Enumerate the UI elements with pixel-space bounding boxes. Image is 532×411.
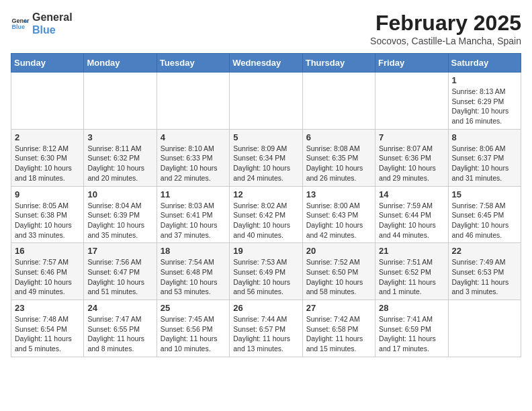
calendar-cell	[302, 73, 375, 130]
calendar-cell: 3Sunrise: 8:11 AM Sunset: 6:32 PM Daylig…	[84, 129, 157, 186]
day-info: Sunrise: 7:49 AM Sunset: 6:53 PM Dayligh…	[452, 257, 517, 297]
day-number: 17	[87, 246, 152, 256]
month-year: February 2025	[370, 11, 521, 36]
location: Socovos, Castille-La Mancha, Spain	[370, 36, 521, 46]
day-info: Sunrise: 7:51 AM Sunset: 6:52 PM Dayligh…	[379, 257, 444, 297]
day-info: Sunrise: 8:02 AM Sunset: 6:42 PM Dayligh…	[233, 201, 298, 240]
calendar-cell: 8Sunrise: 8:06 AM Sunset: 6:37 PM Daylig…	[448, 129, 521, 186]
day-number: 13	[306, 189, 371, 199]
day-number: 5	[233, 132, 298, 142]
calendar-week-4: 16Sunrise: 7:57 AM Sunset: 6:46 PM Dayli…	[11, 243, 521, 300]
day-info: Sunrise: 7:44 AM Sunset: 6:57 PM Dayligh…	[233, 314, 298, 354]
day-number: 28	[379, 303, 444, 313]
calendar-cell: 24Sunrise: 7:47 AM Sunset: 6:55 PM Dayli…	[84, 300, 157, 357]
day-info: Sunrise: 7:53 AM Sunset: 6:49 PM Dayligh…	[233, 257, 298, 297]
day-header-wednesday: Wednesday	[230, 54, 302, 73]
day-number: 24	[87, 303, 152, 313]
day-info: Sunrise: 8:03 AM Sunset: 6:41 PM Dayligh…	[161, 201, 226, 240]
day-info: Sunrise: 7:54 AM Sunset: 6:48 PM Dayligh…	[161, 257, 226, 297]
day-number: 16	[15, 246, 80, 256]
calendar-cell: 19Sunrise: 7:53 AM Sunset: 6:49 PM Dayli…	[230, 243, 302, 300]
logo-line1: General	[32, 11, 73, 24]
day-number: 11	[161, 189, 226, 199]
day-header-saturday: Saturday	[448, 54, 521, 73]
calendar-cell: 20Sunrise: 7:52 AM Sunset: 6:50 PM Dayli…	[302, 243, 375, 300]
calendar-cell: 22Sunrise: 7:49 AM Sunset: 6:53 PM Dayli…	[448, 243, 521, 300]
calendar-cell	[375, 73, 448, 130]
day-number: 22	[452, 246, 517, 256]
calendar-cell: 23Sunrise: 7:48 AM Sunset: 6:54 PM Dayli…	[11, 300, 84, 357]
calendar-week-5: 23Sunrise: 7:48 AM Sunset: 6:54 PM Dayli…	[11, 300, 521, 357]
day-info: Sunrise: 7:59 AM Sunset: 6:44 PM Dayligh…	[379, 201, 444, 240]
day-header-friday: Friday	[375, 54, 448, 73]
calendar-week-2: 2Sunrise: 8:12 AM Sunset: 6:30 PM Daylig…	[11, 129, 521, 186]
calendar-cell	[11, 73, 84, 130]
logo-icon: General Blue	[11, 14, 30, 33]
calendar-cell: 14Sunrise: 7:59 AM Sunset: 6:44 PM Dayli…	[375, 186, 448, 243]
calendar-cell: 25Sunrise: 7:45 AM Sunset: 6:56 PM Dayli…	[157, 300, 229, 357]
day-info: Sunrise: 8:08 AM Sunset: 6:35 PM Dayligh…	[306, 144, 371, 183]
day-info: Sunrise: 8:12 AM Sunset: 6:30 PM Dayligh…	[15, 144, 80, 183]
day-number: 8	[452, 132, 517, 142]
day-number: 19	[233, 246, 298, 256]
day-number: 10	[87, 189, 152, 199]
calendar-cell: 12Sunrise: 8:02 AM Sunset: 6:42 PM Dayli…	[230, 186, 302, 243]
day-number: 7	[379, 132, 444, 142]
calendar-cell: 9Sunrise: 8:05 AM Sunset: 6:38 PM Daylig…	[11, 186, 84, 243]
day-number: 25	[161, 303, 226, 313]
day-info: Sunrise: 7:56 AM Sunset: 6:47 PM Dayligh…	[87, 257, 152, 297]
day-info: Sunrise: 7:42 AM Sunset: 6:58 PM Dayligh…	[306, 314, 371, 354]
day-number: 20	[306, 246, 371, 256]
calendar-cell: 21Sunrise: 7:51 AM Sunset: 6:52 PM Dayli…	[375, 243, 448, 300]
day-number: 4	[161, 132, 226, 142]
day-header-thursday: Thursday	[302, 54, 375, 73]
calendar-cell	[84, 73, 157, 130]
calendar-cell: 1Sunrise: 8:13 AM Sunset: 6:29 PM Daylig…	[448, 73, 521, 130]
logo: General Blue General Blue	[11, 11, 73, 36]
calendar-cell	[230, 73, 302, 130]
calendar-cell	[448, 300, 521, 357]
svg-text:Blue: Blue	[11, 24, 25, 31]
calendar: SundayMondayTuesdayWednesdayThursdayFrid…	[11, 53, 521, 357]
day-info: Sunrise: 8:13 AM Sunset: 6:29 PM Dayligh…	[452, 87, 517, 126]
day-number: 3	[87, 132, 152, 142]
calendar-cell: 28Sunrise: 7:41 AM Sunset: 6:59 PM Dayli…	[375, 300, 448, 357]
title-block: February 2025 Socovos, Castille-La Manch…	[370, 11, 521, 46]
calendar-cell: 11Sunrise: 8:03 AM Sunset: 6:41 PM Dayli…	[157, 186, 229, 243]
day-number: 1	[452, 75, 517, 85]
day-info: Sunrise: 7:58 AM Sunset: 6:45 PM Dayligh…	[452, 201, 517, 240]
day-info: Sunrise: 7:57 AM Sunset: 6:46 PM Dayligh…	[15, 257, 80, 297]
day-info: Sunrise: 7:45 AM Sunset: 6:56 PM Dayligh…	[161, 314, 226, 354]
day-info: Sunrise: 8:05 AM Sunset: 6:38 PM Dayligh…	[15, 201, 80, 240]
calendar-cell: 15Sunrise: 7:58 AM Sunset: 6:45 PM Dayli…	[448, 186, 521, 243]
day-number: 2	[15, 132, 80, 142]
day-info: Sunrise: 7:41 AM Sunset: 6:59 PM Dayligh…	[379, 314, 444, 354]
day-number: 23	[15, 303, 80, 313]
day-info: Sunrise: 7:52 AM Sunset: 6:50 PM Dayligh…	[306, 257, 371, 297]
day-number: 6	[306, 132, 371, 142]
calendar-cell: 6Sunrise: 8:08 AM Sunset: 6:35 PM Daylig…	[302, 129, 375, 186]
calendar-cell: 27Sunrise: 7:42 AM Sunset: 6:58 PM Dayli…	[302, 300, 375, 357]
calendar-cell: 5Sunrise: 8:09 AM Sunset: 6:34 PM Daylig…	[230, 129, 302, 186]
calendar-cell: 13Sunrise: 8:00 AM Sunset: 6:43 PM Dayli…	[302, 186, 375, 243]
svg-text:General: General	[11, 17, 30, 24]
calendar-cell: 26Sunrise: 7:44 AM Sunset: 6:57 PM Dayli…	[230, 300, 302, 357]
day-info: Sunrise: 8:07 AM Sunset: 6:36 PM Dayligh…	[379, 144, 444, 183]
calendar-cell: 2Sunrise: 8:12 AM Sunset: 6:30 PM Daylig…	[11, 129, 84, 186]
day-header-sunday: Sunday	[11, 54, 84, 73]
calendar-cell: 16Sunrise: 7:57 AM Sunset: 6:46 PM Dayli…	[11, 243, 84, 300]
logo-line2: Blue	[32, 24, 73, 36]
calendar-header-row: SundayMondayTuesdayWednesdayThursdayFrid…	[11, 54, 521, 73]
day-number: 15	[452, 189, 517, 199]
day-info: Sunrise: 8:06 AM Sunset: 6:37 PM Dayligh…	[452, 144, 517, 183]
day-number: 14	[379, 189, 444, 199]
day-info: Sunrise: 8:09 AM Sunset: 6:34 PM Dayligh…	[233, 144, 298, 183]
day-number: 21	[379, 246, 444, 256]
day-info: Sunrise: 7:47 AM Sunset: 6:55 PM Dayligh…	[87, 314, 152, 354]
day-header-monday: Monday	[84, 54, 157, 73]
calendar-week-3: 9Sunrise: 8:05 AM Sunset: 6:38 PM Daylig…	[11, 186, 521, 243]
day-info: Sunrise: 8:00 AM Sunset: 6:43 PM Dayligh…	[306, 201, 371, 240]
calendar-cell	[157, 73, 229, 130]
calendar-cell: 7Sunrise: 8:07 AM Sunset: 6:36 PM Daylig…	[375, 129, 448, 186]
day-header-tuesday: Tuesday	[157, 54, 229, 73]
